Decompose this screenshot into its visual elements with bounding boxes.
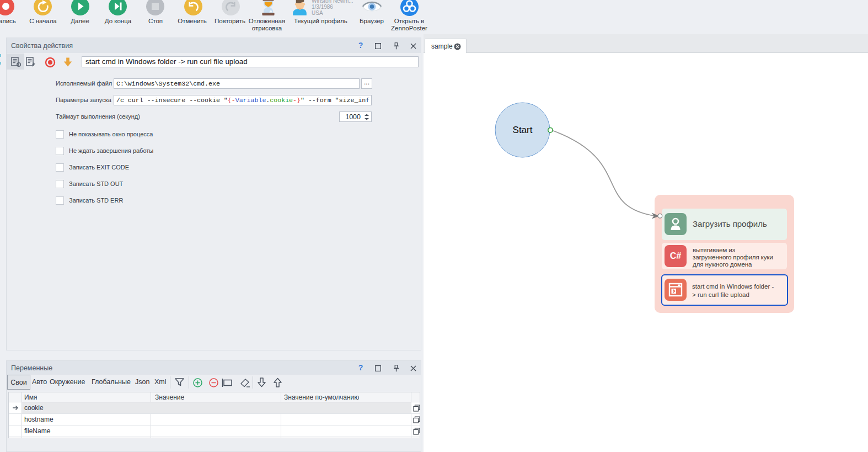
- svg-text:Start: Start: [513, 125, 533, 135]
